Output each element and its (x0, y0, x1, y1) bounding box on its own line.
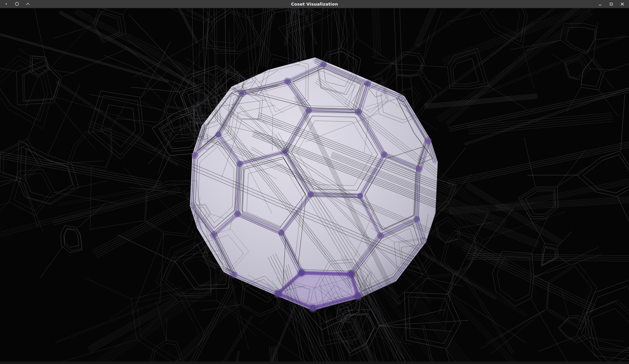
viewport-canvas[interactable] (0, 0, 629, 364)
minimize-button[interactable] (598, 2, 603, 7)
circle-icon[interactable] (15, 2, 19, 6)
maximize-button[interactable] (609, 2, 614, 7)
titlebar[interactable]: Coset Visualization (0, 0, 629, 8)
window-controls (598, 2, 629, 7)
close-button[interactable] (620, 2, 625, 7)
window-title: Coset Visualization (0, 2, 629, 7)
chevron-up-icon[interactable] (26, 2, 30, 6)
dot-icon (4, 2, 8, 6)
window-bottom-edge (0, 362, 629, 364)
app-window: Coset Visualization (0, 0, 629, 364)
titlebar-left-icons (0, 2, 30, 6)
